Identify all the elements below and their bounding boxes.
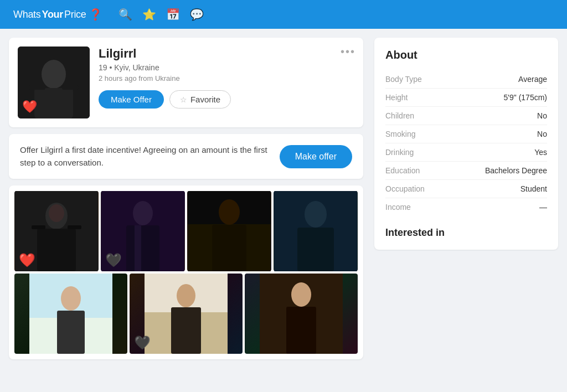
- about-row-label: Education: [385, 166, 420, 175]
- logo-text-your: Your: [42, 9, 63, 20]
- about-row: Height 5'9" (175cm): [385, 89, 547, 107]
- logo-text-whats: Whats: [13, 9, 41, 20]
- svg-rect-30: [171, 307, 201, 354]
- photo-row-1: ❤️ 🖤: [14, 191, 358, 271]
- svg-point-29: [177, 284, 195, 307]
- about-section: About Body Type Average Height 5'9" (175…: [374, 38, 558, 250]
- about-row: Body Type Average: [385, 70, 547, 89]
- about-row-label: Children: [385, 111, 414, 120]
- about-row-value: 5'9" (175cm): [504, 93, 547, 102]
- profile-activity: 2 hours ago from Ukraine: [99, 74, 354, 82]
- offer-banner: Offer Lilgirrl a first date incentive! A…: [9, 134, 363, 179]
- logo[interactable]: WhatsYourPrice❓: [13, 8, 102, 21]
- photo-1-heart: ❤️: [19, 252, 35, 268]
- photo-5[interactable]: [14, 274, 127, 354]
- about-row: Income —: [385, 198, 547, 216]
- left-column: ❤️ Lilgirrl 19 • Kyiv, Ukraine 2 hours a…: [9, 38, 363, 383]
- photo-3[interactable]: [187, 191, 271, 271]
- svg-rect-4: [62, 85, 79, 90]
- about-row-value: Bachelors Degree: [485, 166, 547, 175]
- svg-point-25: [61, 286, 81, 311]
- about-title: About: [385, 49, 547, 61]
- profile-avatar: ❤️: [18, 47, 90, 118]
- profile-meta: 19 • Kyiv, Ukraine: [99, 63, 354, 72]
- more-options-button[interactable]: •••: [341, 45, 355, 58]
- about-row-label: Income: [385, 203, 411, 212]
- profile-age: 19: [99, 63, 107, 72]
- photo-2-heart: 🖤: [105, 252, 122, 268]
- svg-point-12: [133, 201, 153, 225]
- photo-6[interactable]: 🖤: [130, 274, 243, 354]
- profile-info: Lilgirrl 19 • Kyiv, Ukraine 2 hours ago …: [99, 47, 354, 109]
- favorite-label: Favorite: [190, 95, 220, 104]
- svg-rect-34: [286, 307, 316, 354]
- about-row: Children No: [385, 107, 547, 125]
- photo-6-heart: 🖤: [134, 335, 151, 350]
- profile-card: ❤️ Lilgirrl 19 • Kyiv, Ukraine 2 hours a…: [9, 38, 363, 127]
- right-column: About Body Type Average Height 5'9" (175…: [363, 38, 558, 383]
- svg-rect-26: [57, 311, 85, 354]
- about-row-label: Smoking: [385, 130, 415, 138]
- logo-heart-icon: ❓: [89, 8, 102, 21]
- about-row: Smoking No: [385, 125, 547, 143]
- star-icon[interactable]: ⭐: [142, 8, 156, 21]
- svg-rect-14: [135, 225, 141, 271]
- photo-grid-card: ❤️ 🖤: [9, 185, 363, 359]
- about-row-value: Average: [518, 75, 547, 84]
- offer-banner-text: Offer Lilgirrl a first date incentive! A…: [20, 144, 271, 169]
- search-icon[interactable]: 🔍: [118, 8, 132, 21]
- about-row-value: Student: [520, 184, 547, 193]
- about-row: Drinking Yes: [385, 143, 547, 162]
- about-row-value: Yes: [534, 148, 547, 157]
- messages-icon[interactable]: 💬: [190, 8, 204, 21]
- svg-rect-8: [32, 225, 45, 229]
- favorite-star-icon: ☆: [180, 95, 187, 104]
- photo-2[interactable]: 🖤: [101, 191, 185, 271]
- about-row-value: —: [539, 203, 547, 212]
- header: WhatsYourPrice❓ 🔍 ⭐ 📅 💬: [0, 0, 567, 29]
- profile-name: Lilgirrl: [99, 47, 354, 61]
- photo-1[interactable]: ❤️: [14, 191, 99, 271]
- svg-rect-2: [34, 88, 73, 118]
- about-row-label: Drinking: [385, 148, 414, 157]
- svg-rect-22: [297, 228, 334, 271]
- about-row-value: No: [537, 130, 547, 138]
- svg-rect-18: [212, 225, 246, 271]
- about-row-value: No: [537, 111, 547, 120]
- favorite-button[interactable]: ☆ Favorite: [169, 90, 231, 109]
- about-row: Education Bachelors Degree: [385, 162, 547, 180]
- profile-actions: Make Offer ☆ Favorite: [99, 90, 354, 109]
- svg-rect-3: [29, 85, 45, 90]
- svg-rect-7: [37, 229, 76, 271]
- about-row-label: Body Type: [385, 75, 422, 84]
- photo-row-2: 🖤: [14, 274, 358, 354]
- make-offer-button[interactable]: Make Offer: [99, 90, 164, 109]
- svg-point-10: [49, 204, 64, 222]
- svg-point-17: [219, 199, 240, 225]
- photo-4[interactable]: [274, 191, 358, 271]
- offer-banner-button[interactable]: Make offer: [280, 145, 352, 168]
- main-layout: ❤️ Lilgirrl 19 • Kyiv, Ukraine 2 hours a…: [0, 29, 567, 392]
- svg-point-21: [305, 201, 327, 228]
- about-row-label: Height: [385, 93, 408, 102]
- interested-in-title: Interested in: [385, 227, 547, 239]
- svg-rect-13: [126, 225, 159, 271]
- about-rows: Body Type Average Height 5'9" (175cm) Ch…: [385, 70, 547, 216]
- calendar-icon[interactable]: 📅: [166, 8, 180, 21]
- profile-heart-emoji: ❤️: [22, 100, 37, 114]
- about-row: Occupation Student: [385, 180, 547, 198]
- photo-7[interactable]: [245, 274, 358, 354]
- svg-rect-9: [68, 225, 81, 229]
- about-row-label: Occupation: [385, 184, 425, 193]
- profile-location: Kyiv, Ukraine: [114, 63, 159, 72]
- header-nav: 🔍 ⭐ 📅 💬: [118, 8, 204, 21]
- svg-point-1: [42, 60, 66, 89]
- svg-point-33: [291, 282, 311, 307]
- logo-text-price: Price: [64, 9, 86, 20]
